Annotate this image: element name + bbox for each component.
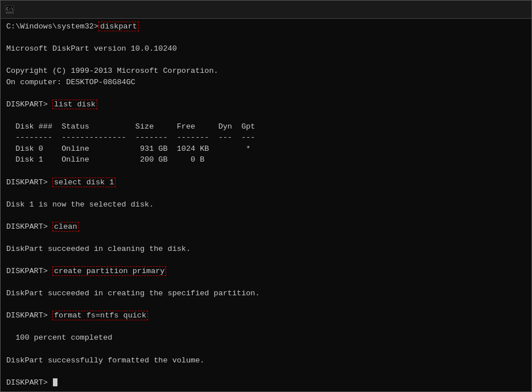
path-text: C:\Windows\system32> (6, 22, 98, 31)
console-line (6, 188, 526, 199)
console-line (6, 54, 526, 65)
cursor (53, 378, 57, 386)
console-line (6, 255, 526, 266)
close-button[interactable] (505, 1, 531, 19)
console-line (6, 321, 526, 333)
console-line (6, 210, 526, 221)
console-line (6, 366, 526, 377)
console-line: DiskPart succeeded in creating the speci… (6, 288, 526, 299)
console-line (6, 32, 526, 43)
command-text: format fs=ntfs quick (52, 311, 148, 320)
console-line: DISKPART> list disk (6, 99, 526, 110)
console-line: Microsoft DiskPart version 10.0.10240 (6, 43, 526, 55)
svg-text:C:\: C:\ (6, 7, 14, 11)
console-line: DISKPART> create partition primary (6, 266, 526, 277)
console-line: Copyright (C) 1999-2013 Microsoft Corpor… (6, 65, 526, 77)
prompt-text: DISKPART> (6, 100, 52, 109)
svg-rect-3 (6, 12, 14, 14)
minimize-button[interactable] (453, 1, 479, 19)
title-bar-controls (453, 1, 531, 19)
prompt-text: DISKPART> (6, 178, 52, 187)
console-line (6, 344, 526, 355)
console-line: C:\Windows\system32>diskpart (6, 21, 526, 32)
console-line (6, 88, 526, 99)
console-line: On computer: DESKTOP-08G84GC (6, 77, 526, 88)
command-text: diskpart (98, 22, 139, 31)
prompt-text: DISKPART> (6, 378, 52, 387)
cmd-icon: C:\ (5, 5, 14, 14)
console-line: DiskPart succeeded in cleaning the disk. (6, 244, 526, 255)
command-text: list disk (52, 100, 97, 109)
prompt-text: DISKPART> (6, 311, 52, 320)
console-line: DISKPART> clean (6, 221, 526, 233)
console-wrapper: Microsoft Windows [Version 10.0.10240](c… (1, 19, 531, 391)
console-line: Disk 1 is now the selected disk. (6, 199, 526, 211)
title-bar: C:\ (1, 1, 531, 19)
console-line (6, 166, 526, 177)
window: C:\ Microsoft Windows [Version 10.0.1024… (0, 0, 532, 392)
prompt-text: DISKPART> (6, 267, 52, 275)
console-line (6, 277, 526, 288)
console-line (6, 299, 526, 311)
maximize-button[interactable] (479, 1, 505, 19)
console-line (6, 110, 526, 121)
console-line: Disk 0 Online 931 GB 1024 KB * (6, 143, 526, 155)
console-line: DISKPART> format fs=ntfs quick (6, 310, 526, 321)
console-area[interactable]: Microsoft Windows [Version 10.0.10240](c… (1, 19, 531, 391)
console-line: DiskPart successfully formatted the volu… (6, 355, 526, 366)
command-text: select disk 1 (52, 178, 116, 187)
command-text: create partition primary (52, 266, 166, 276)
console-line: Disk ### Status Size Free Dyn Gpt (6, 121, 526, 133)
console-line: Disk 1 Online 200 GB 0 B (6, 154, 526, 166)
console-line: -------- -------------- ------- ------- … (6, 132, 526, 143)
console-line: DISKPART> (6, 377, 526, 389)
console-line: DISKPART> select disk 1 (6, 177, 526, 188)
console-line: 100 percent completed (6, 332, 526, 344)
console-line (6, 232, 526, 244)
command-text: clean (52, 222, 79, 232)
prompt-text: DISKPART> (6, 222, 52, 231)
